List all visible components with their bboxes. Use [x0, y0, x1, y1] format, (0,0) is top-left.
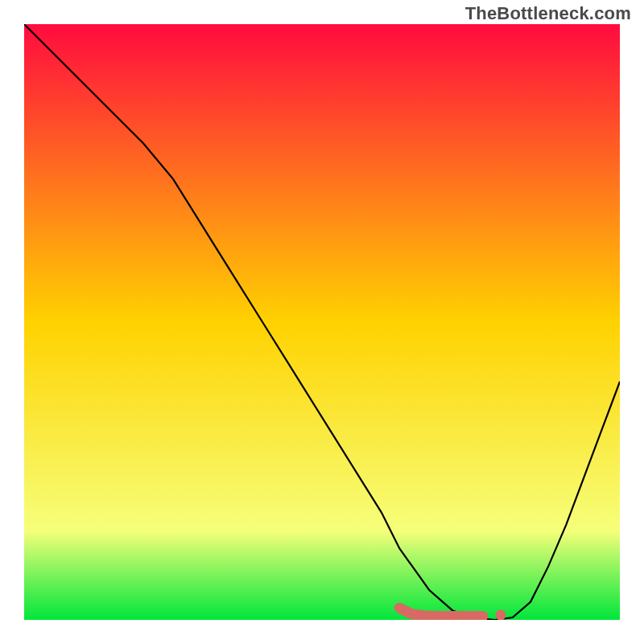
- plot-area: [24, 24, 620, 620]
- chart-stage: TheBottleneck.com: [0, 0, 644, 644]
- watermark-text: TheBottleneck.com: [465, 3, 631, 24]
- chart-svg: [24, 24, 620, 620]
- svg-point-0: [496, 610, 506, 620]
